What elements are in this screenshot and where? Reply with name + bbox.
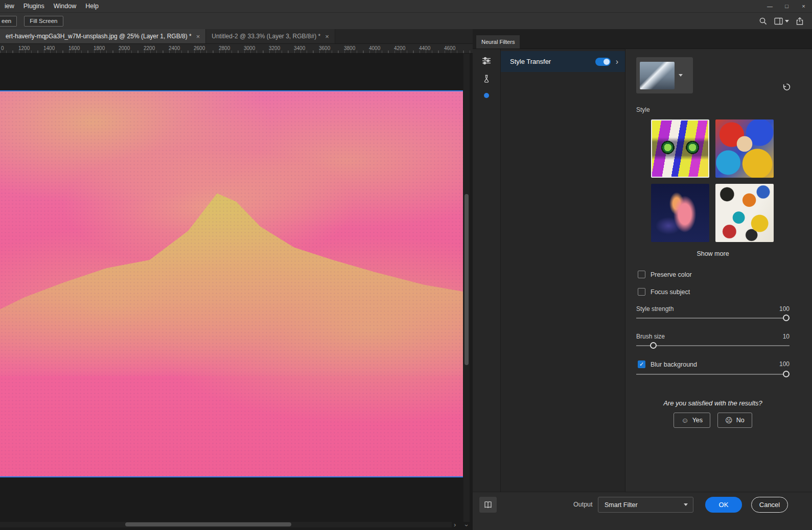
horizontal-scrollbar-thumb[interactable]: [125, 522, 291, 526]
all-filters-icon[interactable]: [482, 57, 491, 66]
menubar-items: iewPluginsWindowHelp: [0, 0, 103, 12]
menu-window[interactable]: Window: [49, 3, 81, 10]
menu-iew[interactable]: iew: [0, 3, 19, 10]
blur-background-row[interactable]: ✓ Blur background: [638, 360, 697, 368]
output-select[interactable]: Smart Filter: [598, 497, 693, 513]
document-tab[interactable]: Untitled-2 @ 33.3% (Layer 3, RGB/8#) *×: [206, 29, 335, 43]
smile-icon: ☺: [681, 416, 688, 424]
blur-background-slider[interactable]: [636, 371, 790, 378]
panel-footer: Output Smart Filter OK Cancel: [473, 492, 812, 530]
style-thumbnail-cubist[interactable]: [715, 184, 774, 242]
ruler-tick-label: 2800: [219, 45, 230, 51]
filter-row-style-transfer[interactable]: Style Transfer ›: [501, 51, 625, 72]
blur-background-label: Blur background: [651, 361, 697, 368]
ruler-tick-label: 1800: [94, 45, 105, 51]
slider-track: [636, 374, 790, 375]
feedback-yes-button[interactable]: ☺ Yes: [674, 413, 710, 428]
preview-toggle-button[interactable]: [479, 497, 497, 513]
yes-label: Yes: [692, 417, 703, 424]
brush-size-label: Brush size: [636, 333, 665, 340]
blur-background-checkbox[interactable]: ✓: [638, 360, 645, 368]
search-icon[interactable]: [759, 17, 768, 26]
ruler-tick-label: 4600: [444, 45, 455, 51]
output-label: Output: [573, 501, 593, 508]
screen-mode-button[interactable]: een: [0, 16, 17, 27]
ruler-tick-label: 3000: [244, 45, 255, 51]
menu-plugins[interactable]: Plugins: [19, 3, 49, 10]
chevron-down-icon: [684, 503, 688, 506]
active-filter-dot: [484, 93, 489, 98]
close-icon[interactable]: ×: [795, 0, 812, 12]
style-strength-param: Style strength 100: [636, 305, 790, 312]
source-image-thumbnail: [640, 62, 675, 89]
style-strength-label: Style strength: [636, 305, 674, 312]
ruler-tick-label: 1600: [68, 45, 80, 51]
brush-size-param: Brush size 10: [636, 333, 790, 340]
document-tab[interactable]: ert-haverly-mqpGa3H_w7M-unsplash.jpg @ 2…: [0, 29, 206, 43]
share-icon[interactable]: [796, 17, 804, 26]
output-selected-value: Smart Filter: [605, 501, 684, 509]
beta-filters-icon[interactable]: [482, 75, 491, 85]
ruler-tick-label: 1400: [43, 45, 55, 51]
horizontal-scrollbar[interactable]: [0, 522, 452, 527]
ruler-tick-label: 4000: [369, 45, 380, 51]
style-transfer-toggle[interactable]: [595, 58, 611, 66]
chevron-right-icon: ›: [616, 58, 618, 66]
feedback-buttons: ☺ Yes ☹ No: [636, 413, 790, 428]
style-strength-slider[interactable]: [636, 315, 790, 322]
preserve-color-label: Preserve color: [651, 271, 692, 278]
restore-icon[interactable]: □: [778, 0, 795, 12]
show-more-link[interactable]: Show more: [636, 250, 790, 257]
preserve-color-checkbox[interactable]: [638, 271, 645, 278]
vertical-scrollbar-thumb[interactable]: [465, 194, 469, 365]
style-strength-value: 100: [779, 305, 790, 312]
tab-label: ert-haverly-mqpGa3H_w7M-unsplash.jpg @ 2…: [6, 33, 192, 40]
ruler-tick-label: 3400: [294, 45, 305, 51]
frown-icon: ☹: [725, 416, 733, 424]
cancel-button[interactable]: Cancel: [751, 497, 788, 513]
ruler-tick-label: 1200: [18, 45, 30, 51]
brush-size-value: 10: [783, 333, 790, 340]
fill-screen-button[interactable]: Fill Screen: [24, 16, 63, 27]
minimize-icon[interactable]: —: [761, 0, 778, 12]
blur-background-handle[interactable]: [783, 371, 790, 377]
document-tabbar: ert-haverly-mqpGa3H_w7M-unsplash.jpg @ 2…: [0, 29, 473, 44]
style-thumbnail-eyes[interactable]: [651, 119, 709, 178]
slider-track: [636, 318, 790, 319]
tab-close-icon[interactable]: ×: [325, 33, 329, 40]
panel-tab-strip: Neural Filters: [473, 29, 812, 49]
vertical-scrollbar[interactable]: [463, 54, 470, 522]
ruler-tick-label: 2400: [169, 45, 180, 51]
preserve-color-row[interactable]: Preserve color: [638, 271, 692, 278]
scroll-down-icon[interactable]: ›: [463, 522, 470, 528]
ruler-tick-label: 2600: [194, 45, 205, 51]
ruler-tick-label: 3800: [344, 45, 355, 51]
blur-background-value: 100: [779, 360, 790, 368]
style-thumbnail-figure[interactable]: [651, 184, 709, 242]
neural-filters-tab[interactable]: Neural Filters: [476, 35, 520, 49]
ok-button[interactable]: OK: [705, 497, 742, 513]
focus-subject-checkbox[interactable]: [638, 288, 645, 296]
tab-label: Untitled-2 @ 33.3% (Layer 3, RGB/8#) *: [212, 33, 320, 40]
style-grid: [651, 119, 774, 242]
style-transfer-preview-image[interactable]: [0, 90, 463, 477]
feedback-question: Are you satisfied with the results?: [636, 399, 790, 407]
reset-filter-button[interactable]: [780, 82, 792, 92]
filter-name: Style Transfer: [510, 58, 595, 65]
focus-subject-row[interactable]: Focus subject: [638, 288, 690, 296]
source-preview-dropdown[interactable]: [636, 57, 693, 93]
ruler-tick-label: 2000: [119, 45, 130, 51]
workspace-layout-button[interactable]: [774, 17, 789, 25]
brush-size-slider[interactable]: [636, 342, 790, 349]
brush-size-handle[interactable]: [650, 342, 657, 349]
tab-close-icon[interactable]: ×: [196, 33, 200, 40]
style-thumbnail-face[interactable]: [715, 119, 774, 178]
optionsbar-icons: [759, 17, 804, 26]
ruler-tick-label: 0: [1, 45, 4, 51]
menu-help[interactable]: Help: [81, 3, 103, 10]
canvas-area[interactable]: › ›: [0, 54, 473, 530]
scroll-right-icon[interactable]: ›: [454, 521, 456, 528]
feedback-no-button[interactable]: ☹ No: [717, 413, 752, 428]
style-strength-handle[interactable]: [783, 315, 790, 321]
neural-filters-panel: Neural Filters Style Transfer ›: [473, 29, 812, 530]
